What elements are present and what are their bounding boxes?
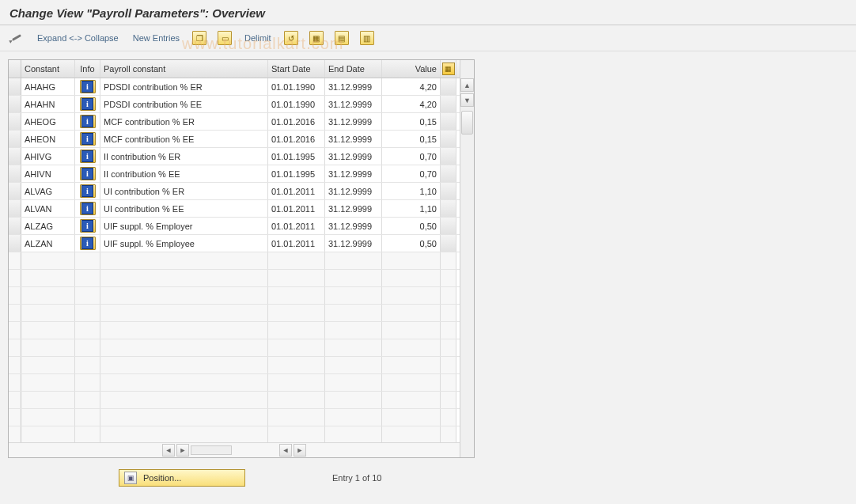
cell-end-date[interactable]: [325, 357, 382, 373]
cell-payroll-constant[interactable]: [100, 305, 268, 321]
vscroll-down-icon[interactable]: ▼: [460, 93, 474, 107]
table-row[interactable]: AHAHG i PDSDI contribution % ER 01.01.19…: [9, 78, 460, 96]
cell-end-date[interactable]: 31.12.9999: [325, 131, 382, 147]
col-header-start-date[interactable]: Start Date: [268, 60, 325, 78]
copy-button[interactable]: ❐: [188, 30, 210, 46]
cell-payroll-constant[interactable]: II contribution % ER: [100, 148, 268, 165]
cell-info[interactable]: [75, 287, 100, 304]
info-button[interactable]: i: [80, 202, 96, 215]
cell-end-date[interactable]: [325, 374, 382, 391]
cell-constant[interactable]: [21, 270, 75, 286]
table-row-empty[interactable]: [9, 287, 460, 305]
cell-value[interactable]: [382, 270, 441, 286]
row-selector[interactable]: [9, 322, 21, 339]
table-row-empty[interactable]: [9, 392, 460, 409]
info-button[interactable]: i: [80, 97, 96, 111]
select-all-button[interactable]: ▦: [305, 30, 328, 46]
cell-constant[interactable]: [21, 287, 75, 304]
table-row[interactable]: ALVAN i UI contribution % EE 01.01.2011 …: [9, 200, 460, 218]
cell-value[interactable]: [382, 287, 441, 304]
cell-end-date[interactable]: [325, 270, 382, 286]
cell-value[interactable]: 0,50: [382, 235, 441, 252]
cell-start-date[interactable]: 01.01.2011: [268, 183, 325, 199]
delimit-button[interactable]: Delimit: [239, 30, 277, 46]
cell-value[interactable]: 0,70: [382, 165, 441, 182]
cell-info[interactable]: i: [75, 183, 100, 199]
col-header-info[interactable]: Info: [75, 60, 100, 78]
cell-start-date[interactable]: [268, 409, 325, 426]
cell-info[interactable]: [75, 426, 100, 442]
cell-start-date[interactable]: [268, 392, 325, 408]
cell-start-date[interactable]: 01.01.1990: [268, 78, 325, 95]
cell-info[interactable]: i: [75, 113, 100, 130]
cell-payroll-constant[interactable]: [100, 409, 268, 426]
cell-start-date[interactable]: 01.01.2011: [268, 235, 325, 252]
cell-info[interactable]: [75, 357, 100, 373]
row-selector[interactable]: [9, 374, 21, 391]
table-row[interactable]: ALZAN i UIF suppl. % Employee 01.01.2011…: [9, 235, 460, 252]
cell-value[interactable]: 1,10: [382, 183, 441, 199]
cell-payroll-constant[interactable]: UI contribution % ER: [100, 183, 268, 199]
cell-info[interactable]: i: [75, 200, 100, 217]
vscroll-thumb[interactable]: [461, 111, 473, 135]
col-header-constant[interactable]: Constant: [21, 60, 75, 78]
row-selector[interactable]: [9, 96, 21, 112]
delete-button[interactable]: ▭: [214, 30, 236, 46]
cell-value[interactable]: 0,15: [382, 131, 441, 147]
cell-end-date[interactable]: 31.12.9999: [325, 96, 382, 112]
cell-info[interactable]: [75, 252, 100, 269]
cell-end-date[interactable]: [325, 322, 382, 339]
cell-constant[interactable]: AHAHG: [21, 78, 75, 95]
hscroll-track[interactable]: [191, 445, 232, 455]
cell-constant[interactable]: ALZAG: [21, 218, 75, 234]
cell-start-date[interactable]: [268, 270, 325, 286]
row-selector[interactable]: [9, 165, 21, 182]
undo-button[interactable]: ↺: [280, 30, 302, 46]
cell-info[interactable]: i: [75, 235, 100, 252]
cell-end-date[interactable]: [325, 339, 382, 356]
cell-constant[interactable]: [21, 392, 75, 408]
cell-end-date[interactable]: [325, 305, 382, 321]
cell-constant[interactable]: [21, 374, 75, 391]
table-row-empty[interactable]: [9, 322, 460, 339]
table-row-empty[interactable]: [9, 252, 460, 270]
table-row-empty[interactable]: [9, 339, 460, 357]
cell-constant[interactable]: [21, 339, 75, 356]
cell-value[interactable]: 1,10: [382, 200, 441, 217]
hscroll-right-icon-2[interactable]: ►: [294, 444, 306, 457]
cell-start-date[interactable]: 01.01.2016: [268, 113, 325, 130]
cell-end-date[interactable]: [325, 426, 382, 442]
cell-constant[interactable]: [21, 357, 75, 373]
cell-payroll-constant[interactable]: PDSDI contribution % ER: [100, 78, 268, 95]
cell-payroll-constant[interactable]: [100, 322, 268, 339]
cell-constant[interactable]: AHIVG: [21, 148, 75, 165]
cell-constant[interactable]: ALVAN: [21, 200, 75, 217]
cell-start-date[interactable]: [268, 339, 325, 356]
cell-payroll-constant[interactable]: [100, 252, 268, 269]
cell-info[interactable]: [75, 322, 100, 339]
cell-start-date[interactable]: [268, 305, 325, 321]
position-button[interactable]: ▣ Position...: [119, 469, 245, 487]
cell-end-date[interactable]: [325, 252, 382, 269]
cell-payroll-constant[interactable]: MCF contribution % EE: [100, 131, 268, 147]
cell-info[interactable]: [75, 339, 100, 356]
cell-payroll-constant[interactable]: [100, 426, 268, 442]
info-button[interactable]: i: [80, 167, 96, 180]
cell-start-date[interactable]: [268, 252, 325, 269]
cell-end-date[interactable]: 31.12.9999: [325, 113, 382, 130]
table-row-empty[interactable]: [9, 426, 460, 442]
cell-start-date[interactable]: 01.01.1990: [268, 96, 325, 112]
cell-payroll-constant[interactable]: PDSDI contribution % EE: [100, 96, 268, 112]
new-entries-button[interactable]: New Entries: [127, 30, 185, 46]
row-selector[interactable]: [9, 131, 21, 147]
cell-constant[interactable]: AHEON: [21, 131, 75, 147]
cell-start-date[interactable]: [268, 426, 325, 442]
cell-info[interactable]: i: [75, 78, 100, 95]
cell-payroll-constant[interactable]: UIF suppl. % Employer: [100, 218, 268, 234]
cell-payroll-constant[interactable]: [100, 392, 268, 408]
cell-constant[interactable]: AHAHN: [21, 96, 75, 112]
cell-payroll-constant[interactable]: [100, 270, 268, 286]
cell-value[interactable]: [382, 374, 441, 391]
cell-info[interactable]: i: [75, 148, 100, 165]
row-selector[interactable]: [9, 392, 21, 408]
